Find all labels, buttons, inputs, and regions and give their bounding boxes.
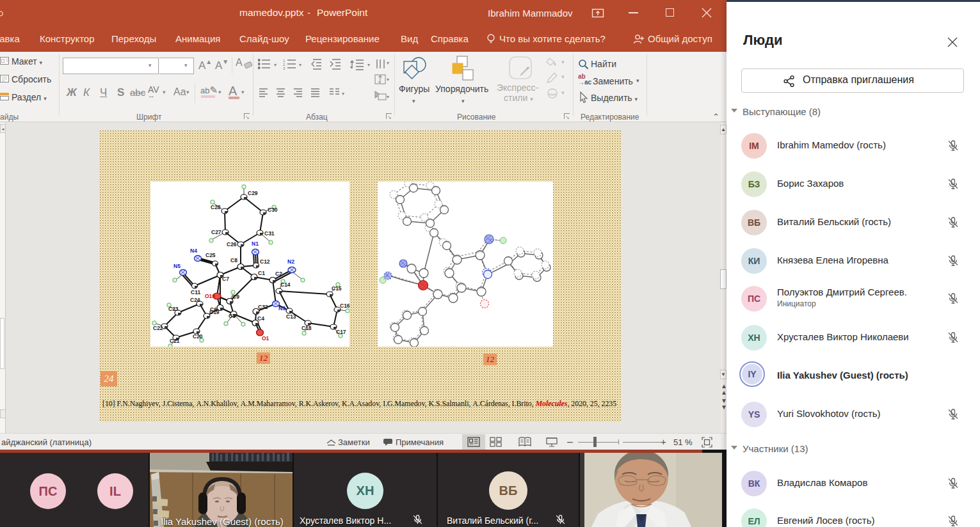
svg-text:▾: ▾: [367, 62, 370, 68]
svg-text:▾: ▾: [387, 94, 389, 100]
svg-text:C16: C16: [340, 303, 349, 309]
svg-text:C21: C21: [170, 338, 180, 344]
svg-text:C2: C2: [275, 271, 282, 277]
svg-text:N4: N4: [190, 248, 197, 254]
svg-text:C23: C23: [168, 306, 179, 312]
svg-text:N3: N3: [278, 305, 285, 311]
svg-text:C27: C27: [211, 229, 221, 235]
svg-text:▾: ▾: [274, 62, 277, 68]
svg-text:C18: C18: [301, 325, 312, 331]
svg-text:C7: C7: [222, 276, 229, 282]
svg-text:▾: ▾: [299, 62, 301, 68]
svg-text:▾: ▾: [387, 77, 389, 83]
svg-text:C32: C32: [258, 304, 268, 310]
svg-text:C8: C8: [230, 257, 237, 264]
svg-text:C12: C12: [260, 258, 270, 265]
svg-text:N2: N2: [287, 258, 294, 265]
svg-text:C31: C31: [264, 230, 275, 237]
svg-text:C11: C11: [191, 289, 200, 295]
svg-text:C17: C17: [336, 329, 346, 335]
svg-text:C1: C1: [258, 270, 265, 276]
svg-text:N1: N1: [252, 240, 259, 247]
svg-text:N5: N5: [173, 263, 181, 269]
svg-text:O1: O1: [262, 335, 269, 342]
svg-text:▾: ▾: [342, 91, 344, 97]
svg-text:C30: C30: [268, 207, 278, 213]
svg-text:C26: C26: [227, 241, 237, 248]
svg-text:▾: ▾: [387, 60, 389, 66]
svg-text:C13: C13: [286, 313, 296, 320]
svg-text:C22: C22: [153, 325, 163, 331]
svg-text:O10: O10: [205, 293, 215, 299]
svg-text:C14: C14: [280, 281, 291, 288]
svg-text:C28: C28: [211, 204, 221, 210]
svg-text:C25: C25: [205, 252, 216, 258]
svg-text:C4: C4: [257, 315, 264, 322]
svg-text:C15: C15: [332, 285, 342, 292]
svg-text:C5: C5: [229, 313, 236, 319]
svg-text:C19: C19: [209, 309, 220, 315]
svg-text:C20: C20: [193, 333, 203, 340]
svg-text:C24: C24: [190, 297, 200, 303]
svg-text:C29: C29: [248, 190, 258, 196]
svg-text:3: 3: [283, 67, 285, 70]
svg-text:C9: C9: [232, 294, 239, 300]
